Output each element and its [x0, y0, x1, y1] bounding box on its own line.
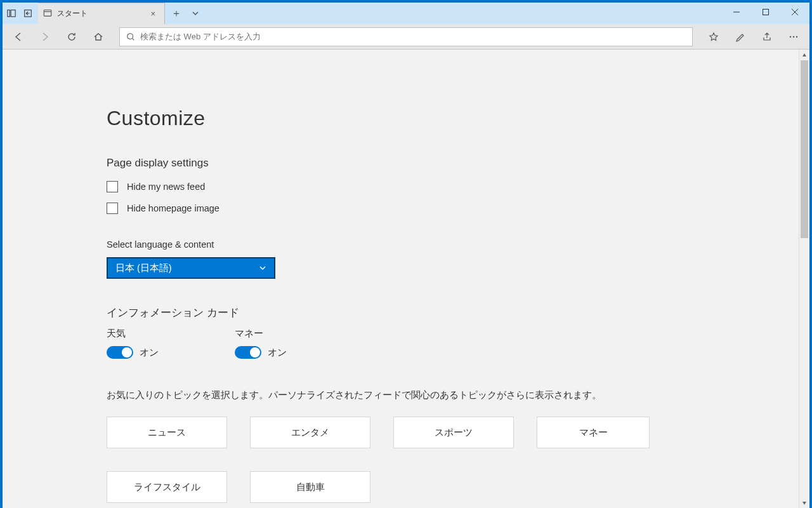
scrollbar[interactable]	[799, 50, 809, 508]
new-tab-button[interactable]: ＋	[165, 3, 188, 24]
titlebar-left	[3, 3, 33, 24]
address-bar[interactable]	[119, 27, 693, 46]
search-icon	[126, 32, 135, 41]
topic-grid: ニュース エンタメ スポーツ マネー ライフスタイル 自動車	[107, 417, 707, 503]
topic-label: エンタメ	[291, 427, 329, 439]
topic-sports[interactable]: スポーツ	[393, 417, 514, 448]
toggle-money: マネー オン	[235, 328, 287, 359]
topic-label: ライフスタイル	[134, 481, 200, 493]
checkbox-icon[interactable]	[107, 181, 118, 192]
tabs-aside-icon[interactable]	[6, 8, 16, 18]
checkbox-label: Hide my news feed	[127, 182, 205, 192]
browser-window: スタート × ＋	[3, 3, 809, 508]
svg-point-13	[796, 36, 797, 37]
content-area: Customize Page display settings Hide my …	[3, 50, 809, 508]
toggle-state: オン	[268, 347, 287, 359]
scroll-thumb[interactable]	[801, 60, 808, 238]
home-button[interactable]	[88, 27, 109, 47]
topic-label: ニュース	[148, 427, 186, 439]
page-title: Customize	[107, 107, 707, 130]
svg-rect-3	[44, 10, 51, 16]
toggle-row: 天気 オン マネー オン	[107, 328, 707, 359]
topic-entertainment[interactable]: エンタメ	[250, 417, 370, 448]
toggle-weather: 天気 オン	[107, 328, 159, 359]
svg-point-11	[790, 36, 791, 37]
share-button[interactable]	[756, 27, 778, 47]
topic-money[interactable]: マネー	[537, 417, 650, 448]
more-button[interactable]	[783, 27, 804, 47]
toggle-title: マネー	[235, 328, 287, 340]
back-button[interactable]	[8, 27, 29, 47]
page-icon	[43, 9, 53, 19]
toggle-knob	[250, 347, 260, 358]
set-aside-icon[interactable]	[23, 8, 33, 18]
topic-label: スポーツ	[435, 427, 473, 439]
notes-button[interactable]	[730, 27, 751, 47]
toggle-title: 天気	[107, 328, 159, 340]
browser-tab[interactable]: スタート ×	[38, 3, 165, 24]
scroll-up-icon[interactable]	[799, 50, 809, 60]
topic-label: マネー	[579, 427, 608, 439]
toggle-switch[interactable]	[235, 346, 261, 359]
checkbox-label: Hide homepage image	[127, 203, 219, 213]
display-settings-heading: Page display settings	[107, 157, 707, 170]
toggle-state: オン	[140, 347, 159, 359]
toggle-wrap: オン	[107, 346, 159, 359]
toggle-knob	[122, 347, 132, 358]
minimize-button[interactable]	[722, 3, 751, 22]
window-controls	[722, 3, 809, 22]
page: Customize Page display settings Hide my …	[3, 50, 707, 508]
svg-point-12	[793, 36, 794, 37]
chevron-down-icon	[259, 264, 266, 272]
titlebar: スタート × ＋	[3, 3, 809, 24]
topic-label: 自動車	[296, 481, 325, 493]
toggle-wrap: オン	[235, 346, 287, 359]
address-input[interactable]	[140, 32, 686, 41]
toolbar	[3, 24, 809, 50]
svg-line-10	[133, 38, 134, 40]
svg-point-9	[128, 33, 133, 39]
svg-rect-0	[8, 10, 10, 17]
close-tab-icon[interactable]: ×	[147, 9, 159, 18]
topic-auto[interactable]: 自動車	[250, 471, 370, 503]
dropdown-value: 日本 (日本語)	[115, 262, 172, 274]
toggle-switch[interactable]	[107, 346, 133, 359]
svg-rect-6	[763, 10, 769, 15]
checkbox-hide-news[interactable]: Hide my news feed	[107, 181, 707, 192]
forward-button[interactable]	[34, 27, 56, 47]
checkbox-hide-homepage-image[interactable]: Hide homepage image	[107, 203, 707, 214]
language-label: Select language & content	[107, 239, 707, 250]
language-dropdown[interactable]: 日本 (日本語)	[107, 257, 275, 279]
tab-menu-icon[interactable]	[188, 3, 203, 24]
topics-description: お気に入りのトピックを選択します。パーソナライズされたフィードで関心のあるトピッ…	[107, 389, 707, 401]
close-window-button[interactable]	[780, 3, 809, 22]
favorite-button[interactable]	[703, 27, 724, 47]
topic-news[interactable]: ニュース	[107, 417, 227, 448]
checkbox-icon[interactable]	[107, 203, 118, 214]
info-cards-heading: インフォメーション カード	[107, 305, 707, 320]
scroll-down-icon[interactable]	[799, 497, 809, 508]
refresh-button[interactable]	[61, 27, 82, 47]
maximize-button[interactable]	[751, 3, 780, 22]
tab-title: スタート	[57, 8, 147, 19]
topic-lifestyle[interactable]: ライフスタイル	[107, 471, 227, 503]
svg-rect-1	[11, 10, 15, 17]
